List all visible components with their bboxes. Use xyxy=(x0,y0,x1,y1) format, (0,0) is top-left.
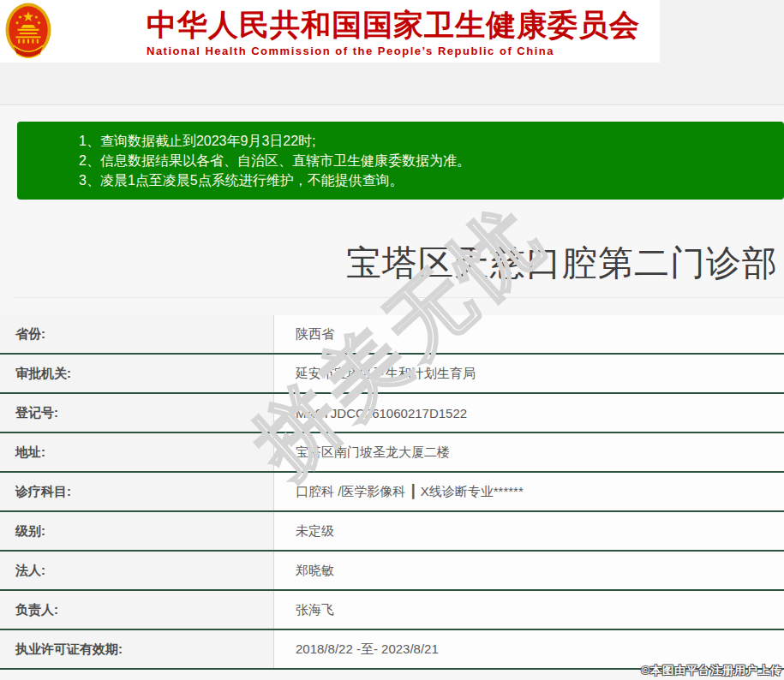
field-label: 法人: xyxy=(0,552,274,589)
header-titles: 中华人民共和国国家卫生健康委员会 National Health Commiss… xyxy=(147,8,640,57)
institution-name-title: 宝塔区天慈口腔第二门诊部 xyxy=(346,240,778,287)
field-label: 诊疗科目: xyxy=(0,473,274,510)
field-value: 宝塔区南门坡圣龙大厦二楼 xyxy=(274,433,784,471)
field-label: 级别: xyxy=(0,512,274,550)
notice-line-2: 2、信息数据结果以各省、自治区、直辖市卫生健康委数据为准。 xyxy=(79,151,775,170)
china-national-emblem-icon xyxy=(5,2,51,62)
table-row-legal-person: 法人: 郑晓敏 xyxy=(0,552,784,591)
field-label: 审批机关: xyxy=(0,355,274,392)
field-value: 延安市宝塔区卫生和计划生育局 xyxy=(274,355,784,392)
notice-line-1: 1、查询数据截止到2023年9月3日22时; xyxy=(79,131,775,151)
notice-line-3: 3、凌晨1点至凌晨5点系统进行维护，不能提供查询。 xyxy=(79,170,775,190)
table-row-province: 省份: 陕西省 xyxy=(0,315,784,355)
site-title-en: National Health Commission of the People… xyxy=(147,45,640,57)
upload-attribution-watermark: ©本图由平台注册用户上传 xyxy=(641,663,782,678)
field-label: 登记号: xyxy=(0,394,274,432)
table-row-approval-authority: 审批机关: 延安市宝塔区卫生和计划生育局 xyxy=(0,355,784,394)
field-value: 张海飞 xyxy=(274,591,784,629)
institution-info-table: 省份: 陕西省 审批机关: 延安市宝塔区卫生和计划生育局 登记号: MA6YJD… xyxy=(0,315,784,670)
field-label: 省份: xyxy=(0,315,274,353)
field-label: 负责人: xyxy=(0,591,274,629)
table-row-address: 地址: 宝塔区南门坡圣龙大厦二楼 xyxy=(0,433,784,473)
table-row-person-in-charge: 负责人: 张海飞 xyxy=(0,591,784,630)
field-label: 地址: xyxy=(0,433,274,471)
field-value: MA6YJDCC261060217D1522 xyxy=(274,394,784,432)
query-notice-box: 1、查询数据截止到2023年9月3日22时; 2、信息数据结果以各省、自治区、直… xyxy=(17,122,784,200)
table-row-level: 级别: 未定级 xyxy=(0,512,784,552)
field-value: 口腔科 /医学影像科 ┃ X线诊断专业****** xyxy=(274,473,784,510)
field-value: 未定级 xyxy=(274,512,784,550)
field-value: 陕西省 xyxy=(274,315,784,353)
table-row-treatment-subjects: 诊疗科目: 口腔科 /医学影像科 ┃ X线诊断专业****** xyxy=(0,473,784,512)
table-row-registration-number: 登记号: MA6YJDCC261060217D1522 xyxy=(0,394,784,433)
field-label: 执业许可证有效期: xyxy=(0,630,274,668)
site-header: 中华人民共和国国家卫生健康委员会 National Health Commiss… xyxy=(0,0,660,63)
title-divider xyxy=(14,297,784,298)
site-title-zh: 中华人民共和国国家卫生健康委员会 xyxy=(147,8,640,42)
field-value: 郑晓敏 xyxy=(274,552,784,589)
